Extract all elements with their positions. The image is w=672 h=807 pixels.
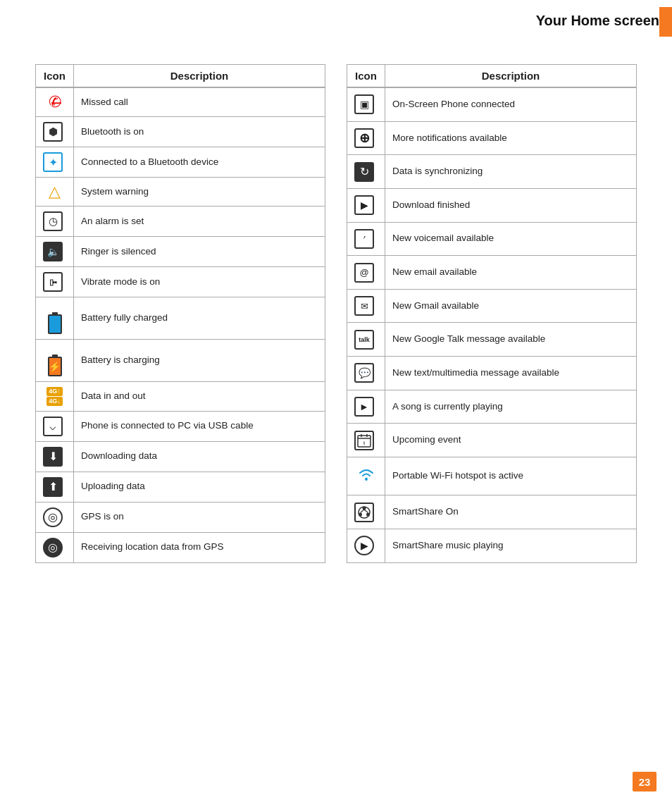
table-row: ⬇ Downloading data	[36, 441, 325, 472]
table-row: ⎖ New voicemail available	[347, 222, 637, 256]
table-row: ✦ Connected to a Bluetooth device	[36, 147, 325, 178]
desc-gps: GPS is on	[74, 502, 325, 532]
table-row: ⚡ Battery is charging	[36, 340, 325, 382]
table-row: talk New Google Talk message available	[347, 323, 637, 357]
song-playing-icon: ►	[354, 397, 374, 417]
gps-receiving-icon: ◎	[43, 538, 63, 557]
desc-uploading: Uploading data	[74, 472, 325, 502]
desc-downloading: Downloading data	[74, 441, 325, 472]
battery-charging-icon: ⚡	[48, 355, 62, 376]
bluetooth-connected-icon: ✦	[43, 152, 63, 172]
icon-uploading-cell: ⬆	[36, 472, 74, 502]
svg-text:i: i	[363, 441, 365, 445]
page-number: 23	[633, 772, 657, 791]
table-row: ⌵ Phone is connected to PC via USB cable	[36, 411, 325, 441]
main-content: Icon Description ✆̶ Missed call ⬢	[0, 36, 672, 584]
vibrate-mode-icon: ▯▪▪	[43, 272, 63, 292]
desc-data-inout: Data in and out	[74, 382, 325, 412]
desc-system-warning: System warning	[74, 178, 325, 207]
icon-email-cell: @	[347, 256, 385, 290]
left-col-desc: Description	[74, 65, 325, 88]
download-finished-icon: ▶	[354, 195, 374, 215]
icon-gps-receiving-cell: ◎	[36, 532, 74, 562]
desc-ringer: Ringer is silenced	[74, 237, 325, 267]
table-row: ⬆ Uploading data	[36, 472, 325, 502]
right-col-desc: Description	[385, 65, 637, 88]
left-col-icon: Icon	[36, 65, 74, 88]
icon-usb-cell: ⌵	[36, 411, 74, 441]
desc-usb: Phone is connected to PC via USB cable	[74, 411, 325, 441]
ringer-silenced-icon: 🔈	[43, 242, 63, 261]
table-row: ◎ GPS is on	[36, 502, 325, 532]
table-row: ▶ Download finished	[347, 188, 637, 222]
usb-connected-icon: ⌵	[43, 417, 63, 436]
svg-line-10	[361, 510, 365, 513]
icon-phone-screen-cell: ▣	[347, 87, 385, 121]
uploading-icon: ⬆	[43, 477, 63, 497]
upcoming-event-icon: i	[354, 431, 374, 450]
icon-gmail-cell: ✉	[347, 289, 385, 323]
icon-data-inout-cell: 4G↑ 4G↓	[36, 382, 74, 412]
icon-mms-cell: 💬	[347, 357, 385, 390]
table-row: ⊕ More notifications available	[347, 121, 637, 155]
desc-bluetooth-connected: Connected to a Bluetooth device	[74, 147, 325, 178]
svg-point-7	[363, 506, 366, 510]
table-row: i Upcoming event	[347, 424, 637, 457]
desc-smartshare: SmartShare On	[385, 495, 637, 529]
gtalk-icon: talk	[354, 330, 374, 350]
right-table: Icon Description ▣ On-Screen Phone conne…	[347, 64, 637, 563]
icon-voicemail-cell: ⎖	[347, 222, 385, 256]
desc-vibrate: Vibrate mode is on	[74, 267, 325, 297]
icon-bluetooth-connected-cell: ✦	[36, 147, 74, 178]
gmail-icon: ✉	[354, 296, 374, 316]
desc-sync: Data is synchronizing	[385, 155, 637, 189]
table-row: ◷ An alarm is set	[36, 207, 325, 237]
icon-more-notif-cell: ⊕	[347, 121, 385, 155]
page-title: Your Home screen	[536, 13, 659, 29]
desc-missed-call: Missed call	[74, 87, 325, 117]
desc-gtalk: New Google Talk message available	[385, 323, 637, 357]
table-row: Portable Wi-Fi hotspot is active	[347, 457, 637, 495]
smartshare-music-icon: ▶	[354, 536, 374, 555]
desc-mms: New text/multimedia message available	[385, 357, 637, 390]
icon-battery-charging-cell: ⚡	[36, 340, 74, 382]
smartshare-on-icon	[354, 503, 374, 522]
icon-gps-cell: ◎	[36, 502, 74, 532]
table-row: ↻ Data is synchronizing	[347, 155, 637, 189]
table-row: ▶ SmartShare music playing	[347, 529, 637, 562]
email-icon: @	[354, 263, 374, 283]
desc-battery-charging: Battery is charging	[74, 340, 325, 382]
icon-smartshare-cell	[347, 495, 385, 529]
wifi-hotspot-icon	[356, 470, 376, 488]
phone-screen-icon: ▣	[354, 94, 374, 114]
desc-gps-receiving: Receiving location data from GPS	[74, 532, 325, 562]
icon-event-cell: i	[347, 424, 385, 457]
icon-gtalk-cell: talk	[347, 323, 385, 357]
right-col-icon: Icon	[347, 65, 385, 88]
gps-on-icon: ◎	[43, 507, 63, 527]
system-warning-icon: △	[49, 183, 61, 200]
desc-email: New email available	[385, 256, 637, 290]
tables-container: Icon Description ✆̶ Missed call ⬢	[35, 64, 637, 563]
table-row: ▣ On-Screen Phone connected	[347, 87, 637, 121]
icon-dl-done-cell: ▶	[347, 188, 385, 222]
table-row: ◎ Receiving location data from GPS	[36, 532, 325, 562]
svg-point-9	[366, 512, 370, 516]
desc-gmail: New Gmail available	[385, 289, 637, 323]
table-row: ► A song is currently playing	[347, 390, 637, 424]
desc-song: A song is currently playing	[385, 390, 637, 424]
table-row: ▯▪▪ Vibrate mode is on	[36, 267, 325, 297]
desc-alarm: An alarm is set	[74, 207, 325, 237]
icon-ringer-cell: 🔈	[36, 237, 74, 267]
more-notifications-icon: ⊕	[354, 128, 374, 148]
voicemail-icon: ⎖	[354, 229, 374, 249]
battery-full-icon	[48, 312, 62, 334]
bluetooth-on-icon: ⬢	[43, 122, 63, 142]
desc-bluetooth-on: Bluetooth is on	[74, 117, 325, 147]
desc-phone-screen: On-Screen Phone connected	[385, 87, 637, 121]
alarm-icon: ◷	[43, 211, 63, 231]
icon-alarm-cell: ◷	[36, 207, 74, 237]
table-row: ✉ New Gmail available	[347, 289, 637, 323]
missed-call-icon: ✆̶	[49, 93, 61, 111]
desc-dl-done: Download finished	[385, 188, 637, 222]
